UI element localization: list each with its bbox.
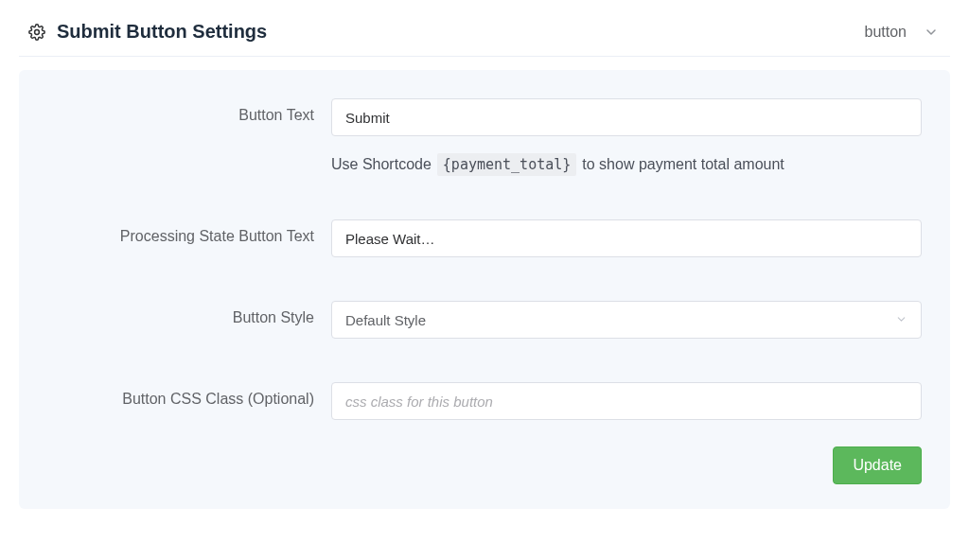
page-title: Submit Button Settings <box>57 21 267 43</box>
help-suffix: to show payment total amount <box>582 156 784 173</box>
control-css-class <box>331 382 922 420</box>
css-class-input[interactable] <box>331 382 922 420</box>
chevron-down-icon <box>924 25 939 40</box>
svg-point-0 <box>35 29 40 34</box>
label-css-class: Button CSS Class (Optional) <box>47 382 331 408</box>
row-css-class: Button CSS Class (Optional) <box>47 382 922 420</box>
header-left: Submit Button Settings <box>28 21 267 43</box>
control-button-text: Use Shortcode {payment_total} to show pa… <box>331 98 922 176</box>
control-button-style: Default Style <box>331 301 922 339</box>
button-style-selected: Default Style <box>345 312 426 328</box>
button-text-input[interactable] <box>331 98 922 136</box>
processing-text-input[interactable] <box>331 219 922 257</box>
header-right[interactable]: button <box>865 24 944 41</box>
control-processing-text <box>331 219 922 257</box>
settings-page: Submit Button Settings button Button Tex… <box>0 0 969 560</box>
row-processing-text: Processing State Button Text <box>47 219 922 257</box>
shortcode-chip: {payment_total} <box>437 153 576 176</box>
update-button[interactable]: Update <box>833 446 922 484</box>
chevron-down-icon <box>895 312 907 328</box>
gear-icon <box>28 24 45 41</box>
element-type-label: button <box>865 24 907 41</box>
button-text-help: Use Shortcode {payment_total} to show pa… <box>331 153 922 176</box>
label-button-style: Button Style <box>47 301 331 326</box>
label-processing-text: Processing State Button Text <box>47 219 331 245</box>
row-button-text: Button Text Use Shortcode {payment_total… <box>47 98 922 176</box>
label-button-text: Button Text <box>47 98 331 124</box>
button-style-select[interactable]: Default Style <box>331 301 922 339</box>
row-button-style: Button Style Default Style <box>47 301 922 339</box>
settings-panel: Button Text Use Shortcode {payment_total… <box>19 70 950 509</box>
panel-actions: Update <box>47 446 922 484</box>
panel-header: Submit Button Settings button <box>19 17 950 57</box>
help-prefix: Use Shortcode <box>331 156 432 173</box>
